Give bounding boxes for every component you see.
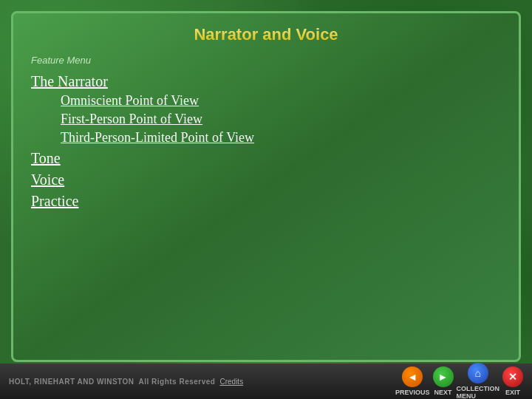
narrator-link[interactable]: The Narrator [31,73,108,89]
list-item: Tone [31,150,501,167]
rights-text: All Rights Reserved [138,378,215,386]
third-person-link[interactable]: Third-Person-Limited Point of View [61,130,254,145]
exit-button[interactable]: ✕ Exit [502,366,523,396]
previous-label: Previous [395,389,430,396]
list-item: First-Person Point of View [61,112,501,127]
list-item: Omniscient Point of View [61,93,501,109]
voice-link[interactable]: Voice [31,171,64,188]
home-icon: ⌂ [468,363,488,383]
feature-menu-label: Feature Menu [31,55,501,66]
next-button[interactable]: ► Next [433,366,454,396]
tone-link[interactable]: Tone [31,150,61,166]
collection-menu-button[interactable]: ⌂ CollectionMenu [457,363,500,399]
exit-icon: ✕ [502,366,523,387]
list-item: The Narrator Omniscient Point of View Fi… [31,73,501,146]
slide-title: Narrator and Voice [31,25,501,44]
collection-label: CollectionMenu [457,385,500,399]
first-person-link[interactable]: First-Person Point of View [61,112,202,126]
list-item: Practice [31,193,501,210]
list-item: Voice [31,171,501,188]
previous-icon: ◄ [402,366,423,387]
bottom-left: HOLT, RINEHART AND WINSTON All Rights Re… [9,378,243,386]
bottom-bar: HOLT, RINEHART AND WINSTON All Rights Re… [0,364,532,399]
previous-button[interactable]: ◄ Previous [395,366,430,396]
nav-buttons: ◄ Previous ► Next ⌂ CollectionMenu ✕ Exi… [395,363,523,399]
omniscient-link[interactable]: Omniscient Point of View [61,93,199,108]
sub-menu: Omniscient Point of View First-Person Po… [31,93,501,146]
slide-container: Narrator and Voice Feature Menu The Narr… [11,11,521,362]
publisher-name: HOLT, RINEHART AND WINSTON [9,378,134,386]
next-icon: ► [433,366,454,387]
practice-link[interactable]: Practice [31,193,78,209]
list-item: Third-Person-Limited Point of View [61,130,501,146]
next-label: Next [434,389,451,396]
main-menu: The Narrator Omniscient Point of View Fi… [31,73,501,210]
credits-link[interactable]: Credits [219,378,243,386]
exit-label: Exit [505,389,520,396]
